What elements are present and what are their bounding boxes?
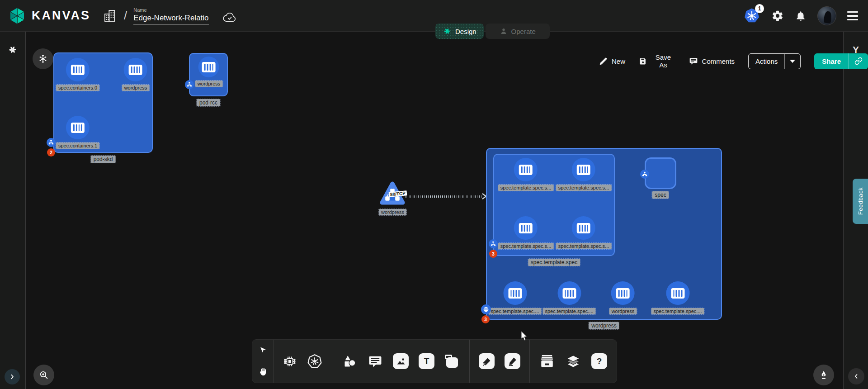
node-spec-containers-1[interactable]: spec.containers.1 bbox=[56, 116, 99, 149]
pod-port-icon[interactable] bbox=[185, 80, 194, 89]
actions-button[interactable]: Actions bbox=[748, 53, 801, 69]
new-button-label: New bbox=[612, 57, 625, 65]
shapes-tool-button[interactable] bbox=[341, 353, 358, 370]
drawer-tool-button[interactable] bbox=[539, 353, 555, 370]
error-count-badge[interactable]: 3 bbox=[489, 250, 497, 258]
group-wordpress-deployment[interactable]: spec.template.spec.s... spec.template.sp… bbox=[486, 148, 722, 320]
kanvas-app: KANVAS / Name Edge-Network-Relatio bbox=[0, 0, 868, 389]
group-spec-template-spec[interactable]: spec.template.spec.s... spec.template.sp… bbox=[493, 154, 615, 256]
freehand-tool-button[interactable] bbox=[505, 353, 520, 369]
menu-button[interactable] bbox=[847, 11, 858, 21]
zoom-button[interactable] bbox=[33, 365, 54, 385]
components-tool-button[interactable] bbox=[283, 355, 297, 368]
actions-dropdown-toggle[interactable] bbox=[784, 54, 800, 69]
pan-tool-button[interactable] bbox=[252, 361, 274, 383]
node-spec[interactable]: spec bbox=[645, 157, 676, 189]
error-count-badge[interactable]: 2 bbox=[47, 148, 55, 157]
node-label: spec.containers.1 bbox=[56, 142, 99, 149]
tab-operate[interactable]: Operate bbox=[486, 24, 550, 39]
select-tool-button[interactable] bbox=[252, 340, 274, 361]
designs-panel-button[interactable] bbox=[7, 44, 18, 55]
layers-icon bbox=[565, 353, 581, 370]
comment-tool-button[interactable] bbox=[368, 354, 383, 369]
kanvas-spiral-icon bbox=[7, 44, 18, 55]
node-label: spec.template.spec.... bbox=[651, 308, 704, 314]
save-as-button[interactable]: Save As bbox=[639, 53, 675, 69]
card-icon bbox=[444, 353, 460, 369]
left-rail bbox=[0, 32, 26, 389]
copy-link-button[interactable] bbox=[849, 53, 868, 69]
node-template-container[interactable]: spec.template.spec.... bbox=[543, 281, 596, 314]
node-wordpress-container[interactable]: wordpress bbox=[609, 281, 637, 314]
tab-design[interactable]: Design bbox=[435, 24, 484, 39]
error-count-badge[interactable]: 3 bbox=[481, 315, 490, 323]
pen-tool-button[interactable] bbox=[479, 353, 495, 369]
node-template-container[interactable]: spec.template.spec.... bbox=[651, 281, 704, 314]
node-template-container[interactable]: spec.template.spec.... bbox=[489, 281, 542, 314]
link-icon bbox=[854, 57, 863, 65]
collapse-right-panel-button[interactable] bbox=[848, 368, 864, 384]
kubernetes-tool-button[interactable] bbox=[307, 353, 323, 370]
layers-tool-button[interactable] bbox=[565, 353, 581, 370]
cluster-flower-button[interactable] bbox=[33, 48, 53, 69]
node-label: wordpress bbox=[609, 308, 637, 314]
app-title: KANVAS bbox=[32, 9, 90, 23]
new-button[interactable]: New bbox=[599, 57, 625, 66]
design-name-field[interactable]: Name Edge-Network-Relatio bbox=[133, 7, 208, 24]
zoom-in-icon bbox=[38, 370, 49, 380]
settings-button[interactable] bbox=[771, 9, 784, 22]
design-name-value[interactable]: Edge-Network-Relatio bbox=[133, 14, 208, 24]
shapes-icon bbox=[341, 353, 358, 370]
help-tool-button[interactable]: ? bbox=[591, 353, 607, 369]
image-tool-button[interactable] bbox=[393, 353, 409, 369]
node-spec-containers-0[interactable]: spec.containers.0 bbox=[56, 58, 99, 91]
container-icon bbox=[198, 57, 219, 77]
container-icon bbox=[66, 58, 90, 81]
pointer-tools bbox=[252, 340, 274, 383]
node-template-container[interactable]: spec.template.spec.s... bbox=[498, 216, 554, 249]
node-label: spec.template.spec.... bbox=[489, 308, 542, 314]
notifications-button[interactable] bbox=[795, 9, 807, 22]
group-pod-skd[interactable]: spec.containers.0 wordpress spec.contain… bbox=[53, 52, 153, 153]
kubernetes-count-badge: 1 bbox=[755, 4, 764, 13]
node-template-container[interactable]: spec.template.spec.s... bbox=[556, 158, 612, 191]
group-label: wordpress bbox=[589, 322, 619, 329]
tab-operate-label: Operate bbox=[511, 28, 536, 35]
share-button[interactable]: Share bbox=[814, 53, 868, 69]
kanvas-logo[interactable]: KANVAS bbox=[0, 6, 90, 26]
feedback-tab[interactable]: Feedback bbox=[853, 179, 868, 224]
group-pod-rcc[interactable]: wordpress pod-rcc bbox=[189, 53, 228, 96]
node-template-container[interactable]: spec.template.spec.s... bbox=[498, 158, 554, 191]
card-tool-button[interactable] bbox=[444, 353, 460, 369]
chevron-left-icon bbox=[853, 373, 860, 380]
snowflake-icon bbox=[38, 54, 48, 64]
ink-pen-button[interactable] bbox=[813, 365, 834, 385]
node-template-container[interactable]: spec.template.spec.s... bbox=[556, 216, 612, 249]
design-action-bar: New Save As Comments Actions Share bbox=[599, 52, 868, 70]
drawing-tools bbox=[470, 340, 529, 383]
pod-port-icon[interactable] bbox=[489, 239, 498, 248]
kubernetes-context-button[interactable]: 1 bbox=[743, 7, 760, 24]
container-icon bbox=[557, 281, 581, 305]
node-wordpress-service[interactable]: wordpress bbox=[379, 181, 406, 215]
organization-icon bbox=[103, 8, 118, 24]
text-tool-button[interactable]: T bbox=[419, 353, 434, 369]
comment-icon bbox=[689, 57, 698, 66]
pod-port-icon[interactable] bbox=[640, 170, 649, 179]
comments-button[interactable]: Comments bbox=[689, 57, 735, 66]
node-wordpress-container[interactable]: wordpress bbox=[122, 58, 150, 91]
canvas-toolbar: T bbox=[252, 339, 617, 383]
hand-icon bbox=[258, 367, 268, 377]
service-edge[interactable] bbox=[404, 195, 483, 198]
node-wordpress-container[interactable]: wordpress bbox=[195, 57, 223, 87]
node-label: wordpress bbox=[122, 85, 150, 91]
user-avatar[interactable] bbox=[817, 6, 836, 25]
pod-port-icon[interactable] bbox=[47, 138, 56, 147]
deployment-port-icon[interactable] bbox=[481, 304, 491, 314]
container-icon bbox=[666, 281, 689, 305]
expand-left-panel-button[interactable] bbox=[5, 369, 20, 384]
tab-design-label: Design bbox=[455, 28, 476, 35]
mesh-globe-icon bbox=[483, 306, 489, 313]
help-icon: ? bbox=[591, 353, 607, 369]
cursor-arrow-icon bbox=[259, 346, 268, 355]
